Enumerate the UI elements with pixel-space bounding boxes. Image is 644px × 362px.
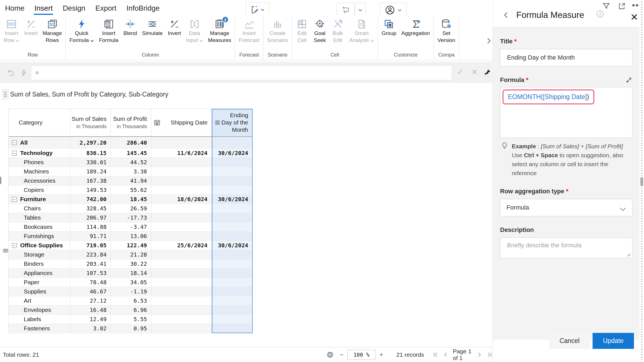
simulate-button[interactable]: Simulate	[139, 18, 165, 37]
ending-day-cell[interactable]	[211, 137, 252, 148]
first-page-icon[interactable]	[433, 352, 439, 358]
table-row-copiers[interactable]: Copiers149.5355.62	[9, 185, 252, 195]
menu-tab-insert[interactable]: Insert	[34, 1, 53, 14]
sales-cell[interactable]: 107.53	[70, 269, 111, 278]
ribbon-expand-button[interactable]	[485, 34, 493, 48]
sales-cell[interactable]: 836.15	[70, 149, 110, 158]
sales-cell[interactable]: 91.71	[70, 232, 111, 241]
shipping-date-cell[interactable]	[151, 278, 211, 287]
shipping-date-cell[interactable]	[151, 213, 211, 222]
table-row-machines[interactable]: Machines189.243.38	[9, 167, 252, 176]
ending-day-cell[interactable]	[211, 158, 252, 167]
sales-cell[interactable]: 12.49	[70, 315, 111, 324]
profit-cell[interactable]: 3.38	[110, 167, 151, 176]
category-cell[interactable]: Art	[9, 296, 70, 305]
group-button[interactable]: Group	[379, 18, 399, 37]
shipping-date-cell[interactable]: 11/6/2024	[151, 149, 212, 158]
ending-day-cell[interactable]: 30/6/2024	[211, 241, 252, 250]
sales-cell[interactable]: 328.45	[70, 204, 111, 213]
column-header-sum-of-sales[interactable]: Sum of Salesin Thousands	[70, 109, 111, 136]
profit-cell[interactable]: 34.05	[110, 278, 151, 287]
profit-cell[interactable]: 21.28	[110, 250, 151, 259]
next-page-icon[interactable]	[476, 352, 482, 358]
category-cell[interactable]: −All	[9, 137, 70, 148]
ending-day-cell[interactable]	[211, 167, 252, 176]
profit-cell[interactable]: 44.52	[110, 158, 151, 167]
category-cell[interactable]: Phones	[9, 158, 70, 167]
sales-cell[interactable]: 2,297.20	[70, 137, 110, 148]
shipping-date-cell[interactable]	[151, 222, 211, 231]
sales-cell[interactable]: 16.48	[70, 305, 111, 314]
table-row-paper[interactable]: Paper78.4834.05	[9, 278, 252, 287]
zoom-level-field[interactable]: 100 %	[347, 350, 375, 360]
ending-day-cell[interactable]	[211, 278, 252, 287]
profit-cell[interactable]: -17.73	[110, 213, 151, 222]
profit-cell[interactable]: 6.96	[110, 305, 151, 314]
profit-cell[interactable]: 0.95	[110, 324, 151, 333]
profit-cell[interactable]: 18.45	[110, 195, 151, 204]
update-button[interactable]: Update	[593, 333, 634, 349]
category-cell[interactable]: Copiers	[9, 185, 70, 194]
shipping-date-cell[interactable]	[151, 305, 211, 314]
profit-cell[interactable]: 18.14	[110, 269, 151, 278]
table-row-art[interactable]: Art27.126.53	[9, 296, 252, 305]
collapse-toggle-icon[interactable]: −	[12, 243, 17, 248]
panel-scrollbar-thumb[interactable]	[640, 177, 643, 186]
category-cell[interactable]: Bookcases	[9, 222, 70, 231]
row-aggregation-select[interactable]: Formula	[500, 199, 633, 216]
formula-input[interactable]	[31, 65, 452, 80]
create-scenario-button[interactable]: CreateScenario	[264, 18, 290, 44]
bulk-edit-button[interactable]: BulkEdit	[329, 18, 347, 44]
ending-day-cell[interactable]	[211, 305, 252, 314]
flash-icon[interactable]	[20, 69, 28, 77]
ending-day-cell[interactable]	[211, 232, 252, 241]
formula-editor[interactable]: EOMONTH([Shipping Date])	[500, 87, 633, 138]
expand-formula-icon[interactable]	[625, 76, 633, 84]
menu-tab-export[interactable]: Export	[95, 1, 117, 14]
previous-page-icon[interactable]	[443, 352, 449, 358]
ending-day-cell[interactable]	[211, 296, 252, 305]
ending-day-cell[interactable]	[211, 250, 252, 259]
category-cell[interactable]: Paper	[9, 278, 70, 287]
ending-day-cell[interactable]	[211, 315, 252, 324]
table-row-all[interactable]: −All2,297.20286.40	[9, 137, 252, 149]
invert-button[interactable]: Invert	[165, 18, 184, 37]
shipping-date-cell[interactable]	[151, 250, 211, 259]
column-header-ending-day-of-the-month[interactable]: Ending Day of the Month	[211, 109, 252, 136]
smart-analysis-button[interactable]: SmartAnalysis	[347, 18, 377, 44]
shipping-date-cell[interactable]	[151, 315, 211, 324]
shipping-date-cell[interactable]	[151, 167, 211, 176]
sales-cell[interactable]: 78.48	[70, 278, 111, 287]
menu-tab-infobridge[interactable]: InfoBridge	[126, 1, 160, 14]
insert-formula-button[interactable]: InsertFormula	[96, 18, 121, 44]
category-cell[interactable]: Machines	[9, 167, 70, 176]
back-button[interactable]	[502, 11, 510, 19]
last-page-icon[interactable]	[486, 352, 493, 358]
insert-row-button[interactable]: InsertRow	[1, 18, 22, 44]
table-row-technology[interactable]: −Technology836.15145.4511/6/202430/6/202…	[9, 149, 252, 158]
quick-formula-button[interactable]: QuickFormula	[67, 18, 96, 44]
sales-cell[interactable]: 27.12	[70, 296, 111, 305]
sales-cell[interactable]: 46.67	[70, 287, 111, 296]
column-header-shipping-date[interactable]: Shipping Date	[151, 109, 212, 136]
table-row-labels[interactable]: Labels12.495.55	[9, 315, 252, 324]
sales-cell[interactable]: 223.84	[70, 250, 111, 259]
category-cell[interactable]: −Furniture	[9, 195, 70, 204]
profit-cell[interactable]: 122.49	[110, 241, 151, 250]
blend-button[interactable]: Blend	[121, 18, 140, 37]
table-row-chairs[interactable]: Chairs328.4526.59	[9, 204, 252, 213]
sales-cell[interactable]: 206.97	[70, 213, 111, 222]
table-row-furniture[interactable]: −Furniture742.0018.4518/6/202430/6/2024	[9, 195, 252, 204]
table-row-tables[interactable]: Tables206.97-17.73	[9, 213, 252, 222]
sales-cell[interactable]: 742.00	[70, 195, 110, 204]
table-row-bookcases[interactable]: Bookcases114.88-3.47	[9, 222, 252, 232]
category-cell[interactable]: Labels	[9, 315, 70, 324]
zoom-in-button[interactable]: +	[380, 347, 383, 362]
resize-handle-icon[interactable]	[627, 253, 631, 257]
category-cell[interactable]: Tables	[9, 213, 70, 222]
shipping-date-cell[interactable]	[151, 287, 211, 296]
column-header-category[interactable]: Category	[9, 109, 70, 136]
sales-cell[interactable]: 719.05	[70, 241, 110, 250]
shipping-date-cell[interactable]	[151, 324, 211, 333]
ending-day-cell[interactable]	[211, 324, 252, 333]
